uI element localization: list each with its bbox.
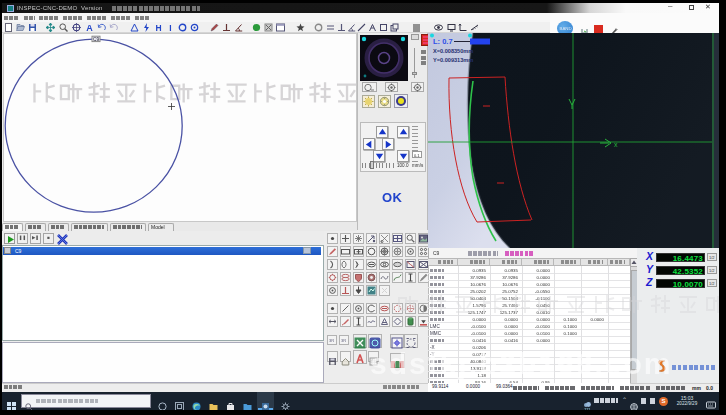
svg-text:X=0.008350mm: X=0.008350mm <box>433 48 473 54</box>
svg-text:H: H <box>155 23 161 32</box>
svg-text:C9: C9 <box>93 37 99 42</box>
svg-text:x: x <box>614 141 618 148</box>
svg-text:I: I <box>169 23 171 32</box>
svg-text:A: A <box>86 23 93 32</box>
svg-text:L: 0.7: L: 0.7 <box>433 37 453 46</box>
svg-text:Y=0.009313mm: Y=0.009313mm <box>433 57 473 63</box>
